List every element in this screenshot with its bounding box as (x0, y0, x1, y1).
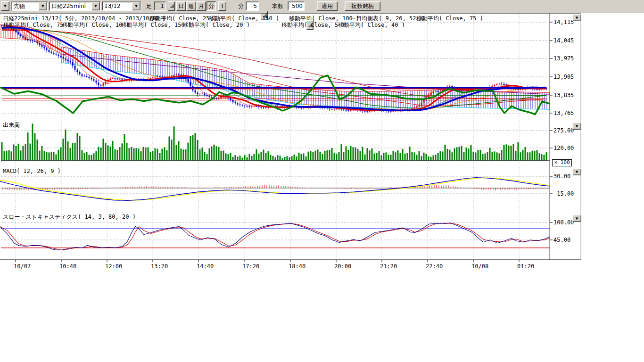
time-axis-tick-label: 17:20 (242, 263, 259, 270)
price-axis-tick-label: 13,905 (553, 74, 574, 80)
time-axis-tick-label: 21:20 (380, 263, 397, 270)
category-combobox-value: 先物 (12, 1, 38, 11)
minute-label: 分 (238, 1, 244, 11)
macd-axis-tick-label: -15.00 (553, 190, 574, 197)
legend-item: 移動平均( Close, 10 ) (62, 21, 129, 29)
time-axis-tick-label: 10/07 (14, 263, 31, 270)
symbol-combobox[interactable]: 日経225mini ▼ (49, 1, 101, 11)
period-tick-button[interactable]: T (218, 1, 226, 11)
volume-axis-tick-label: 120.00 (553, 145, 574, 151)
chart-application-window: ▼ 先物 ▼ 日経225mini ▼ 13/12 ▼ 足 1 日 週 月 分 T… (0, 0, 644, 362)
chevron-down-icon: ▼ (4, 4, 6, 8)
time-axis-tick-label: 10/08 (471, 263, 488, 270)
legend-item: 移動平均( Close, 20 ) (183, 21, 250, 29)
chevron-down-icon[interactable]: ▼ (132, 2, 140, 10)
toolbar-menu-dropdown-button[interactable]: ▼ (1, 1, 9, 11)
bar-type-label: 足 (146, 1, 152, 11)
price-axis-tick-label: 13,765 (553, 110, 574, 116)
time-axis-tick-label: 18:40 (289, 263, 305, 270)
macd-pane-label: MACD( 12, 26, 9 ) (3, 168, 61, 174)
price-axis-tick-label: 13,835 (553, 92, 574, 99)
stoch-axis-tick-label: 45.00 (553, 237, 570, 243)
bar-quantity-label: 本数 (272, 1, 283, 11)
stoch-axis-tick-label: 100.00 (553, 219, 574, 226)
period-minute-button[interactable]: 分 (206, 1, 216, 11)
price-axis-tick-label: 14,045 (553, 37, 574, 44)
volume-pane-label: 出来高 (3, 121, 20, 129)
main-pane-options-dropdown[interactable]: ▼ (572, 14, 581, 21)
period-month-button[interactable]: 月 (197, 1, 206, 11)
time-axis-tick-label: 10:40 (59, 263, 76, 270)
macd-axis-tick-label: 30.00 (553, 173, 570, 180)
apply-button[interactable]: 適用 (317, 1, 338, 11)
stochastics-pane-label: スロー・ストキャスティクス( 14, 3, 80, 20 ) (3, 213, 136, 221)
legend-item: 移動平均( Close, 40 ) (338, 21, 405, 29)
chevron-down-icon[interactable]: ▼ (91, 2, 100, 10)
period-week-button[interactable]: 週 (186, 1, 196, 11)
chart-canvas[interactable] (0, 13, 644, 277)
time-axis-tick-label: 13:20 (151, 263, 168, 270)
multi-symbol-button[interactable]: 複数銘柄 (345, 1, 380, 11)
volume-multiplier-badge: × 100 (552, 159, 572, 166)
macd-pane-options-dropdown[interactable]: ▼ (572, 168, 581, 175)
main-toolbar: ▼ 先物 ▼ 日経225mini ▼ 13/12 ▼ 足 1 日 週 月 分 T… (0, 0, 644, 13)
legend-item: 移動平均( Close, 5 ) (281, 21, 345, 29)
time-axis-tick-label: 01:20 (517, 263, 534, 270)
contract-month-value: 13/12 (102, 2, 132, 10)
bar-count-field[interactable]: 1 (154, 1, 166, 11)
category-combobox[interactable]: 先物 ▼ (11, 1, 48, 11)
symbol-combobox-value: 日経225mini (50, 1, 91, 11)
legend-item: 移動平均( Close, 150 ) (121, 21, 191, 29)
chart-area: 日経225mini 13/12( 5分, 2013/10/04 - 2013/1… (0, 13, 644, 277)
stochastics-pane-options-dropdown[interactable]: ▼ (572, 215, 581, 222)
time-axis-tick-label: 12:00 (105, 263, 122, 270)
time-axis-tick-label: 14:40 (197, 263, 214, 270)
volume-pane-options-dropdown[interactable]: ▼ (572, 123, 581, 130)
legend-item: 移動平均( Close, 75 ) (3, 21, 70, 29)
legend-item: 移動平均( Close, 75 ) (416, 15, 483, 23)
period-day-button[interactable]: 日 (176, 1, 186, 11)
minute-value-field[interactable]: 5 (246, 1, 259, 11)
chevron-down-icon[interactable]: ▼ (39, 2, 47, 10)
price-axis-tick-label: 13,975 (553, 55, 574, 62)
bar-quantity-field[interactable]: 500 (288, 1, 305, 11)
time-axis-tick-label: 22:40 (426, 263, 443, 270)
contract-month-combobox[interactable]: 13/12 ▼ (102, 1, 141, 11)
bar-count-spinner[interactable] (168, 1, 175, 11)
volume-axis-tick-label: 275.00 (553, 127, 574, 134)
price-axis-tick-label: 14,115 (553, 19, 574, 25)
time-axis-tick-label: 20:00 (334, 263, 351, 270)
